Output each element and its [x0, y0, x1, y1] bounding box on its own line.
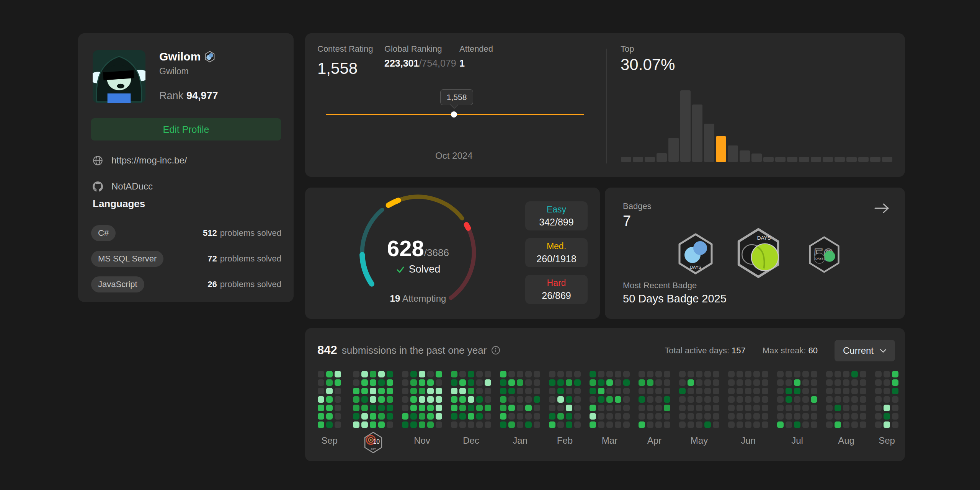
heatmap-cell[interactable] — [753, 379, 760, 386]
heatmap-cell[interactable] — [451, 371, 457, 377]
heatmap-cell[interactable] — [745, 379, 751, 386]
heatmap-cell[interactable] — [361, 405, 368, 411]
heatmap-cell[interactable] — [762, 405, 768, 411]
heatmap-cell[interactable] — [451, 421, 457, 428]
heatmap-cell[interactable] — [664, 405, 670, 411]
heatmap-cell[interactable] — [639, 396, 645, 403]
heatmap-cell[interactable] — [802, 388, 809, 394]
heatmap-cell[interactable] — [777, 413, 784, 420]
rating-histogram[interactable] — [621, 87, 895, 162]
heatmap-cell[interactable] — [777, 421, 784, 428]
heatmap-cell[interactable] — [517, 371, 523, 377]
heatmap-cell[interactable] — [549, 371, 555, 377]
heatmap-cell[interactable] — [786, 421, 792, 428]
heatmap-cell[interactable] — [802, 405, 809, 411]
heatmap-cell[interactable] — [860, 371, 866, 377]
heatmap-cell[interactable] — [590, 396, 596, 403]
heatmap-cell[interactable] — [728, 379, 735, 386]
heatmap-cell[interactable] — [728, 421, 735, 428]
heatmap-cell[interactable] — [688, 413, 694, 420]
heatmap-cell[interactable] — [318, 388, 324, 394]
heatmap-cell[interactable] — [353, 379, 359, 386]
heatmap-cell[interactable] — [737, 388, 743, 394]
heatmap-cell[interactable] — [860, 388, 866, 394]
heatmap-cell[interactable] — [517, 379, 523, 386]
heatmap-cell[interactable] — [500, 405, 506, 411]
heatmap-cell[interactable] — [655, 405, 662, 411]
heatmap-cell[interactable] — [875, 396, 882, 403]
heatmap-cell[interactable] — [318, 405, 324, 411]
heatmap-cell[interactable] — [525, 379, 532, 386]
heatmap-cell[interactable] — [318, 379, 324, 386]
heatmap-cell[interactable] — [826, 405, 833, 411]
heatmap-cell[interactable] — [688, 379, 694, 386]
heatmap-cell[interactable] — [361, 413, 368, 420]
heatmap-cell[interactable] — [566, 396, 572, 403]
heatmap-cell[interactable] — [704, 388, 711, 394]
heatmap-cell[interactable] — [875, 413, 882, 420]
heatmap-cell[interactable] — [696, 421, 702, 428]
heatmap-cell[interactable] — [378, 421, 385, 428]
heatmap-cell[interactable] — [326, 405, 333, 411]
heatmap-cell[interactable] — [378, 413, 385, 420]
heatmap-cell[interactable] — [549, 388, 555, 394]
heatmap-cell[interactable] — [318, 371, 324, 377]
heatmap-cell[interactable] — [590, 421, 596, 428]
heatmap-cell[interactable] — [500, 388, 506, 394]
heatmap-cell[interactable] — [713, 371, 719, 377]
heatmap-cell[interactable] — [508, 396, 515, 403]
heatmap-cell[interactable] — [451, 413, 457, 420]
heatmap-cell[interactable] — [353, 396, 359, 403]
heatmap-cell[interactable] — [574, 388, 581, 394]
heatmap-cell[interactable] — [606, 371, 613, 377]
heatmap-cell[interactable] — [860, 405, 866, 411]
heatmap-cell[interactable] — [777, 371, 784, 377]
heatmap-cell[interactable] — [892, 379, 898, 386]
heatmap-cell[interactable] — [860, 379, 866, 386]
heatmap-cell[interactable] — [737, 396, 743, 403]
heatmap-cell[interactable] — [410, 421, 417, 428]
heatmap-cell[interactable] — [419, 388, 425, 394]
histogram-bar[interactable] — [823, 157, 833, 162]
heatmap-cell[interactable] — [786, 388, 792, 394]
heatmap-cell[interactable] — [892, 413, 898, 420]
histogram-bar[interactable] — [621, 157, 631, 162]
heatmap-cell[interactable] — [811, 413, 817, 420]
heatmap-cell[interactable] — [387, 371, 393, 377]
heatmap-cell[interactable] — [892, 396, 898, 403]
histogram-bar[interactable] — [680, 90, 691, 162]
heatmap-cell[interactable] — [485, 413, 491, 420]
heatmap-cell[interactable] — [875, 421, 882, 428]
heatmap-cell[interactable] — [378, 396, 385, 403]
heatmap-cell[interactable] — [335, 413, 341, 420]
heatmap-cell[interactable] — [370, 413, 376, 420]
heatmap-cell[interactable] — [826, 388, 833, 394]
language-chip[interactable]: MS SQL Server — [91, 251, 163, 267]
histogram-bar[interactable] — [835, 157, 845, 162]
heatmap-cell[interactable] — [485, 371, 491, 377]
heatmap-cell[interactable] — [606, 379, 613, 386]
heatmap-cell[interactable] — [884, 405, 890, 411]
heatmap-cell[interactable] — [639, 421, 645, 428]
heatmap-cell[interactable] — [485, 379, 491, 386]
heatmap-cell[interactable] — [549, 413, 555, 420]
heatmap-cell[interactable] — [745, 396, 751, 403]
heatmap-cell[interactable] — [500, 396, 506, 403]
heatmap-cell[interactable] — [843, 371, 849, 377]
heatmap-cell[interactable] — [436, 421, 442, 428]
heatmap-cell[interactable] — [655, 388, 662, 394]
heatmap-cell[interactable] — [468, 413, 474, 420]
edit-profile-button[interactable]: Edit Profile — [91, 118, 281, 140]
avatar[interactable] — [93, 50, 145, 103]
heatmap-cell[interactable] — [335, 371, 341, 377]
heatmap-cell[interactable] — [517, 396, 523, 403]
heatmap-cell[interactable] — [549, 405, 555, 411]
heatmap-cell[interactable] — [606, 396, 613, 403]
heatmap-cell[interactable] — [753, 388, 760, 394]
heatmap-cell[interactable] — [335, 379, 341, 386]
heatmap-cell[interactable] — [696, 379, 702, 386]
heatmap-cell[interactable] — [451, 388, 457, 394]
heatmap-cell[interactable] — [326, 379, 333, 386]
heatmap-cell[interactable] — [762, 371, 768, 377]
heatmap-cell[interactable] — [737, 405, 743, 411]
